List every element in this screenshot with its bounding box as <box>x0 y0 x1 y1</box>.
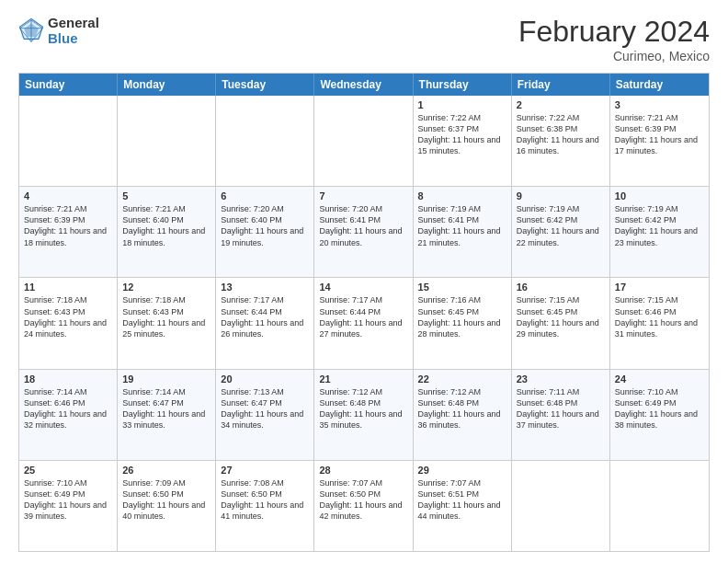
day-number: 19 <box>122 373 210 385</box>
calendar-cell: 18Sunrise: 7:14 AM Sunset: 6:46 PM Dayli… <box>19 370 118 460</box>
calendar-cell <box>512 461 610 551</box>
cal-header-day: Tuesday <box>216 74 314 96</box>
calendar-cell: 29Sunrise: 7:07 AM Sunset: 6:51 PM Dayli… <box>414 461 512 551</box>
calendar-cell: 5Sunrise: 7:21 AM Sunset: 6:40 PM Daylig… <box>118 187 216 277</box>
calendar-cell: 22Sunrise: 7:12 AM Sunset: 6:48 PM Dayli… <box>414 370 512 460</box>
calendar-cell: 23Sunrise: 7:11 AM Sunset: 6:48 PM Dayli… <box>512 370 610 460</box>
day-number: 18 <box>24 373 112 385</box>
calendar-cell: 9Sunrise: 7:19 AM Sunset: 6:42 PM Daylig… <box>512 187 610 277</box>
cell-info: Sunrise: 7:21 AM Sunset: 6:40 PM Dayligh… <box>122 203 210 248</box>
cal-header-day: Thursday <box>414 74 512 96</box>
header: General Blue February 2024 Curimeo, Mexi… <box>18 15 710 63</box>
cell-info: Sunrise: 7:10 AM Sunset: 6:49 PM Dayligh… <box>615 386 704 431</box>
logo-text: General Blue <box>48 15 99 47</box>
logo-general: General <box>48 15 99 30</box>
cell-info: Sunrise: 7:16 AM Sunset: 6:45 PM Dayligh… <box>418 294 506 339</box>
day-number: 13 <box>221 282 309 293</box>
calendar-cell: 25Sunrise: 7:10 AM Sunset: 6:49 PM Dayli… <box>19 461 118 551</box>
cell-info: Sunrise: 7:19 AM Sunset: 6:42 PM Dayligh… <box>615 203 704 248</box>
day-number: 2 <box>517 99 605 110</box>
calendar-cell: 10Sunrise: 7:19 AM Sunset: 6:42 PM Dayli… <box>610 187 709 277</box>
cal-header-day: Wednesday <box>314 74 413 96</box>
cell-info: Sunrise: 7:18 AM Sunset: 6:43 PM Dayligh… <box>24 294 112 339</box>
calendar-cell: 13Sunrise: 7:17 AM Sunset: 6:44 PM Dayli… <box>216 278 314 368</box>
calendar-header: SundayMondayTuesdayWednesdayThursdayFrid… <box>19 74 709 96</box>
cell-info: Sunrise: 7:07 AM Sunset: 6:50 PM Dayligh… <box>319 477 407 523</box>
calendar: SundayMondayTuesdayWednesdayThursdayFrid… <box>18 73 710 552</box>
calendar-cell: 24Sunrise: 7:10 AM Sunset: 6:49 PM Dayli… <box>610 370 709 460</box>
calendar-cell <box>216 96 314 186</box>
calendar-cell: 15Sunrise: 7:16 AM Sunset: 6:45 PM Dayli… <box>414 278 512 368</box>
calendar-cell: 11Sunrise: 7:18 AM Sunset: 6:43 PM Dayli… <box>19 278 118 368</box>
day-number: 16 <box>517 282 605 293</box>
calendar-row: 4Sunrise: 7:21 AM Sunset: 6:39 PM Daylig… <box>19 186 709 277</box>
cell-info: Sunrise: 7:14 AM Sunset: 6:47 PM Dayligh… <box>122 386 210 431</box>
page: General Blue February 2024 Curimeo, Mexi… <box>0 0 728 563</box>
calendar-cell: 17Sunrise: 7:15 AM Sunset: 6:46 PM Dayli… <box>610 278 709 368</box>
calendar-cell: 6Sunrise: 7:20 AM Sunset: 6:40 PM Daylig… <box>216 187 314 277</box>
cell-info: Sunrise: 7:19 AM Sunset: 6:42 PM Dayligh… <box>517 203 605 248</box>
day-number: 7 <box>319 190 407 201</box>
day-number: 1 <box>418 99 506 110</box>
cell-info: Sunrise: 7:10 AM Sunset: 6:49 PM Dayligh… <box>24 477 112 523</box>
cell-info: Sunrise: 7:18 AM Sunset: 6:43 PM Dayligh… <box>122 294 210 339</box>
calendar-body: 1Sunrise: 7:22 AM Sunset: 6:37 PM Daylig… <box>19 96 709 551</box>
day-number: 11 <box>24 282 112 293</box>
logo-blue: Blue <box>48 30 99 46</box>
calendar-cell: 19Sunrise: 7:14 AM Sunset: 6:47 PM Dayli… <box>118 370 216 460</box>
calendar-row: 1Sunrise: 7:22 AM Sunset: 6:37 PM Daylig… <box>19 96 709 186</box>
cell-info: Sunrise: 7:11 AM Sunset: 6:48 PM Dayligh… <box>517 386 605 431</box>
day-number: 9 <box>517 190 605 201</box>
cell-info: Sunrise: 7:14 AM Sunset: 6:46 PM Dayligh… <box>24 386 112 431</box>
cell-info: Sunrise: 7:22 AM Sunset: 6:37 PM Dayligh… <box>418 112 506 157</box>
cell-info: Sunrise: 7:12 AM Sunset: 6:48 PM Dayligh… <box>418 386 506 431</box>
calendar-cell: 28Sunrise: 7:07 AM Sunset: 6:50 PM Dayli… <box>314 461 413 551</box>
calendar-row: 25Sunrise: 7:10 AM Sunset: 6:49 PM Dayli… <box>19 460 709 551</box>
calendar-cell: 1Sunrise: 7:22 AM Sunset: 6:37 PM Daylig… <box>414 96 512 186</box>
calendar-cell: 8Sunrise: 7:19 AM Sunset: 6:41 PM Daylig… <box>414 187 512 277</box>
calendar-cell: 2Sunrise: 7:22 AM Sunset: 6:38 PM Daylig… <box>512 96 610 186</box>
day-number: 20 <box>221 373 309 385</box>
calendar-cell: 14Sunrise: 7:17 AM Sunset: 6:44 PM Dayli… <box>314 278 413 368</box>
calendar-cell: 20Sunrise: 7:13 AM Sunset: 6:47 PM Dayli… <box>216 370 314 460</box>
cell-info: Sunrise: 7:21 AM Sunset: 6:39 PM Dayligh… <box>615 112 704 157</box>
day-number: 26 <box>122 465 210 476</box>
calendar-cell: 21Sunrise: 7:12 AM Sunset: 6:48 PM Dayli… <box>314 370 413 460</box>
cell-info: Sunrise: 7:17 AM Sunset: 6:44 PM Dayligh… <box>319 294 407 339</box>
calendar-cell <box>610 461 709 551</box>
day-number: 27 <box>221 465 309 476</box>
calendar-cell: 16Sunrise: 7:15 AM Sunset: 6:45 PM Dayli… <box>512 278 610 368</box>
calendar-cell: 4Sunrise: 7:21 AM Sunset: 6:39 PM Daylig… <box>19 187 118 277</box>
day-number: 6 <box>221 190 309 201</box>
day-number: 17 <box>615 282 704 293</box>
cell-info: Sunrise: 7:15 AM Sunset: 6:46 PM Dayligh… <box>615 294 704 339</box>
calendar-cell: 7Sunrise: 7:20 AM Sunset: 6:41 PM Daylig… <box>314 187 413 277</box>
location-subtitle: Curimeo, Mexico <box>518 49 710 63</box>
cell-info: Sunrise: 7:15 AM Sunset: 6:45 PM Dayligh… <box>517 294 605 339</box>
day-number: 15 <box>418 282 506 293</box>
calendar-cell <box>314 96 413 186</box>
cell-info: Sunrise: 7:21 AM Sunset: 6:39 PM Dayligh… <box>24 203 112 248</box>
cell-info: Sunrise: 7:13 AM Sunset: 6:47 PM Dayligh… <box>221 386 309 431</box>
month-title: February 2024 <box>518 15 710 49</box>
cell-info: Sunrise: 7:12 AM Sunset: 6:48 PM Dayligh… <box>319 386 407 431</box>
calendar-cell: 26Sunrise: 7:09 AM Sunset: 6:50 PM Dayli… <box>118 461 216 551</box>
calendar-row: 11Sunrise: 7:18 AM Sunset: 6:43 PM Dayli… <box>19 277 709 368</box>
calendar-cell: 3Sunrise: 7:21 AM Sunset: 6:39 PM Daylig… <box>610 96 709 186</box>
day-number: 22 <box>418 373 506 385</box>
cell-info: Sunrise: 7:17 AM Sunset: 6:44 PM Dayligh… <box>221 294 309 339</box>
day-number: 3 <box>615 99 704 110</box>
cal-header-day: Sunday <box>19 74 118 96</box>
cell-info: Sunrise: 7:19 AM Sunset: 6:41 PM Dayligh… <box>418 203 506 248</box>
day-number: 25 <box>24 465 112 476</box>
cal-header-day: Friday <box>512 74 610 96</box>
day-number: 10 <box>615 190 704 201</box>
day-number: 24 <box>615 373 704 385</box>
day-number: 29 <box>418 465 506 476</box>
cell-info: Sunrise: 7:20 AM Sunset: 6:41 PM Dayligh… <box>319 203 407 248</box>
title-area: February 2024 Curimeo, Mexico <box>518 15 710 63</box>
calendar-cell: 12Sunrise: 7:18 AM Sunset: 6:43 PM Dayli… <box>118 278 216 368</box>
day-number: 21 <box>319 373 407 385</box>
day-number: 14 <box>319 282 407 293</box>
logo-icon <box>18 17 44 43</box>
